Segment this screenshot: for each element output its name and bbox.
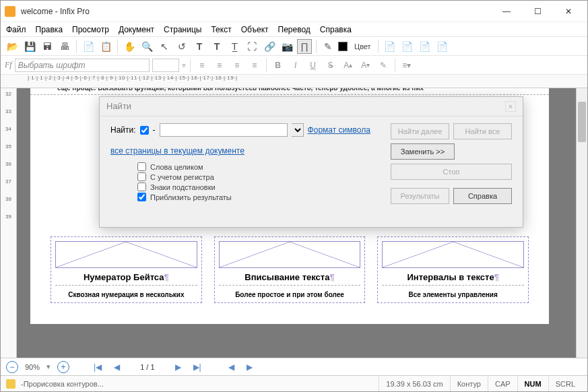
doc-tool2-icon[interactable]: 📄 <box>400 39 415 54</box>
coords-display: 19.39 x 56.03 cm <box>379 376 449 391</box>
last-page-button[interactable]: ▶| <box>191 362 204 372</box>
page-text-fragment: еще проще. Вызывать функции, которыми вы… <box>30 88 549 95</box>
crop-icon[interactable]: ⛶ <box>244 39 259 54</box>
find-enable-checkbox[interactable] <box>140 126 149 135</box>
pointer-icon[interactable]: ↖ <box>157 39 172 54</box>
highlight-icon[interactable]: ✎ <box>376 59 391 72</box>
replace-button[interactable]: Заменить >> <box>391 143 455 160</box>
italic-icon[interactable]: I <box>288 59 303 72</box>
maximize-button[interactable]: ☐ <box>523 2 552 21</box>
subscript-icon[interactable]: A▾ <box>358 59 373 72</box>
align-right-icon[interactable]: ≡ <box>230 59 244 72</box>
next-page-button[interactable]: ▶ <box>172 362 184 372</box>
menu-pages[interactable]: Страницы <box>164 25 201 34</box>
dialog-close-icon[interactable]: × <box>505 101 516 112</box>
document-viewport[interactable]: еще проще. Вызывать функции, которыми вы… <box>17 88 576 358</box>
camera-icon[interactable]: 📷 <box>280 39 294 54</box>
doc-tool4-icon[interactable]: 📄 <box>435 39 450 54</box>
rotate-icon[interactable]: ↺ <box>174 39 189 54</box>
save-all-icon[interactable]: 🖬 <box>40 39 55 54</box>
app-window: welcome - Infix Pro — ☐ ✕ Файл Правка Пр… <box>0 0 588 392</box>
envelope-icon <box>55 241 197 268</box>
status-bar: - Прорисовка контуров... 19.39 x 56.03 c… <box>1 375 587 391</box>
zoom-results-checkbox[interactable] <box>137 193 146 201</box>
eyedropper-icon[interactable]: ✎ <box>321 39 335 54</box>
minimize-button[interactable]: — <box>492 2 521 21</box>
results-button[interactable]: Результаты <box>391 188 449 204</box>
card-bates: Нумератор Бейтса¶ Сквозная нумерация в н… <box>51 236 202 303</box>
zoom-value[interactable]: 90% <box>25 363 40 371</box>
scope-link[interactable]: все страницы в текущем документе <box>110 146 244 156</box>
align-justify-icon[interactable]: ≡ <box>247 59 262 72</box>
find-all-button[interactable]: Найти все <box>453 123 512 139</box>
app-icon <box>5 6 15 17</box>
whole-words-checkbox[interactable] <box>137 162 146 171</box>
cap-indicator: CAP <box>488 376 517 391</box>
find-input[interactable] <box>160 123 288 137</box>
doc-tool3-icon[interactable]: 📄 <box>418 39 432 54</box>
stop-button[interactable]: Стоп <box>391 164 512 180</box>
find-dropdown[interactable] <box>292 123 304 137</box>
open-icon[interactable]: 📂 <box>5 39 20 54</box>
line-spacing-icon[interactable]: ≡▾ <box>399 59 414 72</box>
mode-display: Контур <box>450 376 488 391</box>
vertical-ruler: 32 33 34 35 36 37 38 39 <box>1 88 17 358</box>
horizontal-ruler: |·1·|·1·|·2·|·3·|·4·|·5·|·6·|·7·|·8·|·9·… <box>1 75 587 88</box>
menu-document[interactable]: Документ <box>119 25 154 34</box>
text-link-icon[interactable]: T̲ <box>227 39 242 54</box>
text-plus-icon[interactable]: T <box>209 39 224 54</box>
zoom-in-button[interactable]: + <box>57 361 69 373</box>
save-icon[interactable]: 💾 <box>22 39 37 54</box>
find-label: Найти: <box>110 125 136 135</box>
underline-icon[interactable]: U <box>306 59 321 72</box>
link-icon[interactable]: 🔗 <box>262 39 277 54</box>
card-intervals: Интервалы в тексте¶ Все элементы управле… <box>377 236 529 303</box>
color-swatch[interactable] <box>338 42 348 51</box>
wildcards-checkbox[interactable] <box>137 183 146 191</box>
superscript-icon[interactable]: A▴ <box>341 59 356 72</box>
menu-file[interactable]: Файл <box>6 25 26 34</box>
forward-button[interactable]: ▶ <box>244 362 255 372</box>
hand-icon[interactable]: ✋ <box>122 39 137 54</box>
close-button[interactable]: ✕ <box>554 2 583 21</box>
menubar: Файл Правка Просмотр Документ Страницы Т… <box>1 22 587 37</box>
zoom-out-button[interactable]: − <box>6 361 18 373</box>
lock-icon[interactable] <box>6 379 15 389</box>
back-button[interactable]: ◀ <box>226 362 237 372</box>
paste-icon[interactable]: 📋 <box>98 39 113 54</box>
font-size-input[interactable] <box>152 59 179 72</box>
copy-icon[interactable]: 📄 <box>81 39 96 54</box>
menu-view[interactable]: Просмотр <box>72 25 109 34</box>
zoom-icon[interactable]: 🔍 <box>139 39 154 54</box>
font-select[interactable]: Выбрать шрифт <box>15 59 150 72</box>
menu-object[interactable]: Объект <box>241 25 269 34</box>
navigation-bar: − 90% ▾ + |◀ ◀ 1 / 1 ▶ ▶| ◀ ▶ <box>1 358 587 375</box>
scrl-indicator: SCRL <box>548 376 582 391</box>
color-label[interactable]: Цвет <box>352 42 374 51</box>
strike-icon[interactable]: S̶ <box>323 59 338 72</box>
print-icon[interactable]: 🖶 <box>57 39 72 54</box>
help-button[interactable]: Справка <box>453 188 512 204</box>
prev-page-button[interactable]: ◀ <box>111 362 123 372</box>
menu-edit[interactable]: Правка <box>36 25 63 34</box>
match-case-checkbox[interactable] <box>137 172 146 181</box>
menu-help[interactable]: Справка <box>320 25 352 34</box>
char-format-link[interactable]: Формат символа <box>308 125 370 135</box>
vertical-scrollbar[interactable] <box>576 88 587 358</box>
align-center-icon[interactable]: ≡ <box>212 59 227 72</box>
bold-icon[interactable]: B <box>271 59 286 72</box>
find-dialog: Найти × Найти: - Формат символа все <box>99 96 523 228</box>
doc-tool1-icon[interactable]: 📄 <box>383 39 397 54</box>
text-tool-icon[interactable]: T <box>192 39 207 54</box>
status-message: Прорисовка контуров... <box>24 380 104 388</box>
num-indicator: NUM <box>517 376 548 391</box>
window-title: welcome - Infix Pro <box>21 7 492 16</box>
page-indicator[interactable]: 1 / 1 <box>129 363 165 371</box>
pi-tool-icon[interactable]: ∏ <box>297 39 312 54</box>
menu-text[interactable]: Текст <box>211 25 231 34</box>
align-left-icon[interactable]: ≡ <box>195 59 209 72</box>
find-next-button[interactable]: Найти далее <box>391 123 449 139</box>
titlebar: welcome - Infix Pro — ☐ ✕ <box>1 1 587 22</box>
first-page-button[interactable]: |◀ <box>91 362 104 372</box>
menu-translate[interactable]: Перевод <box>278 25 311 34</box>
